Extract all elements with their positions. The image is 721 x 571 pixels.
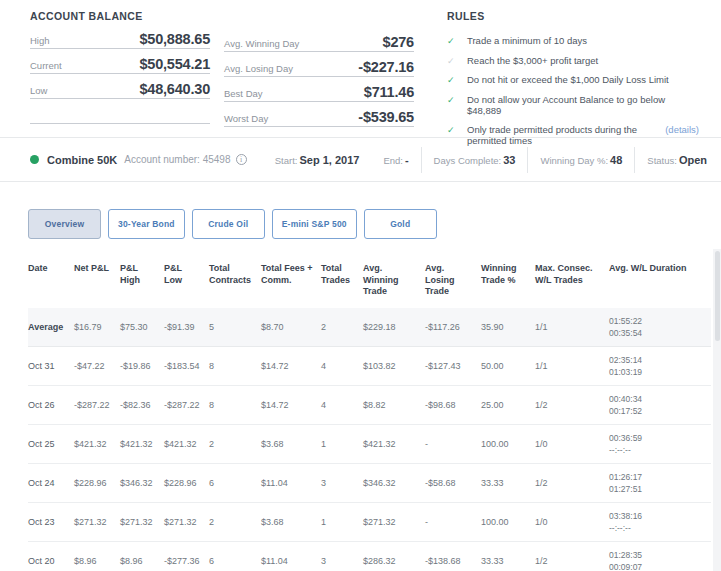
duration-loss: 00:35:54 (609, 327, 695, 339)
column-header: Net P&L (74, 263, 120, 298)
cell-consec: 1/1 (535, 322, 609, 332)
cell-trades: 3 (321, 478, 363, 488)
rule-text: Do not hit or exceed the $1,000 Daily Lo… (467, 74, 669, 85)
cell-avg_loss: - (425, 439, 481, 449)
duration-win: 02:35:14 (609, 354, 695, 366)
cell-pnl_high: $271.32 (120, 517, 164, 527)
account-status-dot (30, 155, 39, 164)
cell-date: Oct 26 (28, 400, 74, 410)
table-row: Oct 31-$47.22-$19.86-$183.548$14.724$103… (28, 347, 711, 386)
cell-fees: $11.04 (261, 478, 321, 488)
day-stat-row: Worst Day-$539.65 (224, 102, 414, 127)
cell-contracts: 8 (209, 400, 261, 410)
stat-value: $50,888.65 (139, 31, 210, 47)
rule-text: Only trade permitted products during the… (467, 124, 662, 146)
summary-section: ACCOUNT BALANCE High$50,888.65Current$50… (0, 0, 721, 137)
rule-item: ✓Only trade permitted products during th… (447, 124, 699, 146)
column-header: Winning Trade % (481, 263, 535, 298)
tab-e-mini-s-p-500[interactable]: E-mini S&P 500 (272, 209, 357, 239)
stat-value: $50,554.21 (139, 56, 210, 72)
cell-pnl_high: $75.30 (120, 322, 164, 332)
cell-win_pct: 100.00 (481, 517, 535, 527)
cell-net_pnl: $8.96 (74, 556, 120, 566)
rule-text: Do not allow your Account Balance to go … (467, 94, 699, 116)
column-header: P&L Low (164, 263, 209, 298)
cell-avg_loss: -$98.68 (425, 400, 481, 410)
cell-avg_win: $421.32 (363, 439, 425, 449)
duration-win: 00:36:59 (609, 432, 695, 444)
tab-gold[interactable]: Gold (364, 209, 437, 239)
duration-loss: --:--:-- (609, 444, 695, 456)
tab-30-year-bond[interactable]: 30-Year Bond (108, 209, 185, 239)
cell-contracts: 8 (209, 361, 261, 371)
stat-value: $711.46 (364, 84, 414, 100)
rule-text: Reach the $3,000+ profit target (467, 55, 598, 66)
cell-avg_loss: -$138.68 (425, 556, 481, 566)
cell-contracts: 2 (209, 517, 261, 527)
stat-value: $276 (383, 34, 414, 50)
stat-label: High (30, 35, 50, 46)
bar-stat-value: - (405, 154, 409, 166)
account-balance-title: ACCOUNT BALANCE (30, 10, 210, 22)
bar-stat-value: 33 (503, 154, 515, 166)
account-name: Combine 50K (47, 154, 117, 166)
cell-win_pct: 50.00 (481, 361, 535, 371)
table-row: Oct 23$271.32$271.32$271.322$3.681$271.3… (28, 503, 711, 542)
cell-contracts: 6 (209, 478, 261, 488)
cell-date: Oct 25 (28, 439, 74, 449)
balance-empty-row (30, 99, 210, 124)
cell-pnl_low: -$91.39 (164, 322, 209, 332)
scrollbar-track[interactable] (713, 249, 721, 571)
cell-avg_win: $103.82 (363, 361, 425, 371)
bar-stat-value: Sep 1, 2017 (299, 154, 359, 166)
rules-list: ✓Trade a minimum of 10 days✓Reach the $3… (447, 35, 699, 146)
cell-avg_win: $271.32 (363, 517, 425, 527)
cell-consec: 1/0 (535, 439, 609, 449)
stat-label: Avg. Losing Day (224, 63, 293, 74)
stat-label: Best Day (224, 88, 263, 99)
duration-win: 01:28:35 (609, 549, 695, 561)
stat-label: Low (30, 85, 47, 96)
cell-trades: 2 (321, 322, 363, 332)
cell-avg_win: $8.82 (363, 400, 425, 410)
column-header: Avg. Winning Trade (363, 263, 425, 298)
cell-contracts: 5 (209, 322, 261, 332)
cell-fees: $14.72 (261, 400, 321, 410)
cell-net_pnl: $271.32 (74, 517, 120, 527)
cell-pnl_high: -$19.86 (120, 361, 164, 371)
cell-trades: 1 (321, 439, 363, 449)
account-number-label: Account number: (124, 154, 200, 165)
cell-duration: 00:40:3400:17:52 (609, 393, 703, 418)
bar-stat-label: Winning Day %: (540, 155, 608, 166)
cell-win_pct: 33.33 (481, 478, 535, 488)
cell-pnl_high: $421.32 (120, 439, 164, 449)
cell-net_pnl: $228.96 (74, 478, 120, 488)
scrollbar-thumb[interactable] (715, 251, 720, 341)
cell-trades: 3 (321, 556, 363, 566)
bar-stat-label: Start: (275, 155, 298, 166)
cell-consec: 1/1 (535, 361, 609, 371)
product-tabs: Overview30-Year BondCrude OilE-mini S&P … (28, 209, 721, 239)
cell-duration: 01:28:3500:09:07 (609, 549, 703, 571)
cell-consec: 1/0 (535, 517, 609, 527)
cell-pnl_low: $271.32 (164, 517, 209, 527)
info-icon[interactable]: i (236, 154, 247, 165)
account-bar-stats: Start:Sep 1, 2017End:-Days Complete:33Wi… (275, 147, 707, 173)
account-balance-panel: ACCOUNT BALANCE High$50,888.65Current$50… (30, 10, 210, 137)
bar-separator (634, 147, 635, 173)
cell-fees: $8.70 (261, 322, 321, 332)
cell-avg_loss: -$117.26 (425, 322, 481, 332)
account-balance-rows: High$50,888.65Current$50,554.21Low$48,64… (30, 24, 210, 124)
duration-win: 00:40:34 (609, 393, 695, 405)
tab-overview[interactable]: Overview (28, 209, 101, 239)
tab-crude-oil[interactable]: Crude Oil (192, 209, 265, 239)
balance-stat-row: Low$48,640.30 (30, 74, 210, 99)
cell-date: Oct 20 (28, 556, 74, 566)
cell-consec: 1/2 (535, 400, 609, 410)
stat-value: -$227.16 (358, 59, 414, 75)
details-link[interactable]: (details) (665, 124, 699, 135)
cell-duration: 01:55:2200:35:54 (609, 315, 703, 340)
cell-net_pnl: -$47.22 (74, 361, 120, 371)
duration-win: 01:55:22 (609, 315, 695, 327)
cell-date: Average (28, 322, 74, 332)
